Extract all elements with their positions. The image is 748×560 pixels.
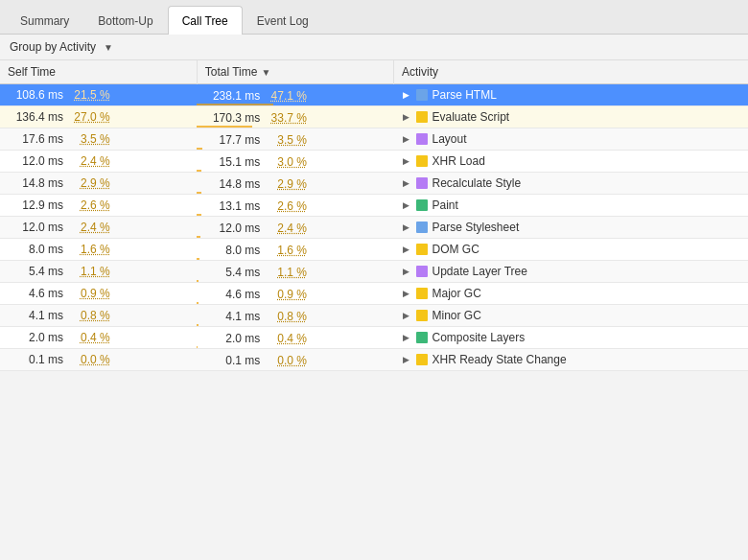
activity-name-label: Evaluate Script: [432, 110, 510, 124]
self-time-cell: 12.0 ms 2.4 %: [0, 151, 197, 173]
total-time-cell: 17.7 ms 3.5 %: [197, 128, 393, 151]
activity-name-label: XHR Load: [432, 154, 485, 168]
expand-arrow-icon[interactable]: ▶: [402, 156, 411, 166]
total-time-cell: 14.8 ms 2.9 %: [197, 173, 393, 195]
total-time-cell: 15.1 ms 3.0 %: [197, 151, 393, 173]
table-row[interactable]: 17.6 ms 3.5 %17.7 ms 3.5 % ▶ Layout: [0, 128, 748, 151]
expand-arrow-icon[interactable]: ▶: [402, 134, 411, 144]
activity-color-dot: [416, 310, 428, 321]
activity-color-dot: [416, 133, 428, 145]
self-time-cell: 4.1 ms 0.8 %: [0, 305, 197, 327]
total-time-cell: 12.0 ms 2.4 %: [197, 217, 393, 239]
tab-call-tree[interactable]: Call Tree: [168, 6, 243, 35]
activity-color-dot: [416, 222, 428, 233]
table-row[interactable]: 12.9 ms 2.6 %13.1 ms 2.6 % ▶ Paint: [0, 195, 748, 217]
activity-name-label: Recalculate Style: [432, 176, 522, 190]
total-time-cell: 13.1 ms 2.6 %: [197, 195, 393, 217]
table-header-row: Self Time Total Time ▼ Activity: [0, 60, 748, 84]
total-time-header[interactable]: Total Time ▼: [197, 60, 393, 84]
total-time-cell: 5.4 ms 1.1 %: [197, 261, 393, 283]
table-row[interactable]: 4.1 ms 0.8 %4.1 ms 0.8 % ▶ Minor GC: [0, 305, 748, 327]
total-time-cell: 8.0 ms 1.6 %: [197, 239, 393, 261]
tab-event-log[interactable]: Event Log: [243, 6, 323, 35]
activity-name-label: Parse Stylesheet: [432, 221, 520, 234]
table-row[interactable]: 12.0 ms 2.4 %12.0 ms 2.4 % ▶ Parse Style…: [0, 217, 748, 239]
table-row[interactable]: 136.4 ms 27.0 %170.3 ms 33.7 % ▶ Evaluat…: [0, 106, 748, 128]
total-time-cell: 4.6 ms 0.9 %: [197, 283, 393, 305]
activity-header[interactable]: Activity: [394, 60, 749, 84]
activity-cell: ▶ Layout: [394, 128, 749, 151]
self-time-cell: 108.6 ms 21.5 %: [0, 84, 197, 106]
activity-color-dot: [416, 244, 428, 255]
table-row[interactable]: 0.1 ms 0.0 %0.1 ms 0.0 % ▶ XHR Ready Sta…: [0, 349, 748, 371]
activity-color-dot: [416, 177, 428, 189]
self-time-cell: 12.0 ms 2.4 %: [0, 217, 197, 239]
expand-arrow-icon[interactable]: ▶: [402, 90, 411, 100]
tab-summary[interactable]: Summary: [6, 6, 83, 35]
activity-color-dot: [416, 199, 428, 211]
activity-name-label: XHR Ready State Change: [432, 353, 567, 366]
activity-name-label: Major GC: [432, 287, 481, 300]
tab-bar: SummaryBottom-UpCall TreeEvent Log: [0, 0, 748, 35]
activity-cell: ▶ Evaluate Script: [394, 106, 749, 128]
self-time-cell: 136.4 ms 27.0 %: [0, 106, 197, 128]
expand-arrow-icon[interactable]: ▶: [402, 200, 411, 210]
self-time-cell: 17.6 ms 3.5 %: [0, 128, 197, 151]
expand-arrow-icon[interactable]: ▶: [402, 333, 411, 342]
group-by-row: Group by Activity ▼: [0, 35, 748, 60]
expand-arrow-icon[interactable]: ▶: [402, 355, 411, 364]
self-time-cell: 5.4 ms 1.1 %: [0, 261, 197, 283]
activity-cell: ▶ Update Layer Tree: [394, 261, 749, 283]
self-time-cell: 4.6 ms 0.9 %: [0, 283, 197, 305]
expand-arrow-icon[interactable]: ▶: [402, 311, 411, 320]
activity-cell: ▶ Parse Stylesheet: [394, 217, 749, 239]
activity-cell: ▶ Paint: [394, 195, 749, 217]
self-time-cell: 8.0 ms 1.6 %: [0, 239, 197, 261]
self-time-cell: 0.1 ms 0.0 %: [0, 349, 197, 371]
table-row[interactable]: 108.6 ms 21.5 %238.1 ms 47.1 % ▶ Parse H…: [0, 84, 748, 106]
expand-arrow-icon[interactable]: ▶: [402, 245, 411, 254]
table-row[interactable]: 12.0 ms 2.4 %15.1 ms 3.0 % ▶ XHR Load: [0, 151, 748, 173]
total-time-cell: 4.1 ms 0.8 %: [197, 305, 393, 327]
activity-name-label: Minor GC: [432, 309, 481, 322]
self-time-cell: 14.8 ms 2.9 %: [0, 173, 197, 195]
table-row[interactable]: 2.0 ms 0.4 %2.0 ms 0.4 % ▶ Composite Lay…: [0, 327, 748, 349]
table-row[interactable]: 8.0 ms 1.6 %8.0 ms 1.6 % ▶ DOM GC: [0, 239, 748, 261]
expand-arrow-icon[interactable]: ▶: [402, 112, 411, 122]
self-time-cell: 12.9 ms 2.6 %: [0, 195, 197, 217]
activity-name-label: Layout: [432, 132, 467, 146]
expand-arrow-icon[interactable]: ▶: [402, 178, 411, 188]
total-time-cell: 0.1 ms 0.0 %: [197, 349, 393, 371]
activity-cell: ▶ XHR Ready State Change: [394, 349, 749, 371]
self-time-header[interactable]: Self Time: [0, 60, 197, 84]
activity-color-dot: [416, 288, 428, 299]
self-time-cell: 2.0 ms 0.4 %: [0, 327, 197, 349]
activity-color-dot: [416, 266, 428, 277]
activity-color-dot: [416, 111, 428, 123]
sort-arrow-icon: ▼: [261, 67, 270, 78]
activity-name-label: Parse HTML: [432, 88, 497, 102]
activity-name-label: DOM GC: [432, 243, 479, 256]
table-row[interactable]: 14.8 ms 2.9 %14.8 ms 2.9 % ▶ Recalculate…: [0, 173, 748, 195]
tab-bottom-up[interactable]: Bottom-Up: [83, 6, 167, 35]
call-tree-table: Self Time Total Time ▼ Activity 108.6 ms…: [0, 60, 748, 371]
total-time-cell: 2.0 ms 0.4 %: [197, 327, 393, 349]
dropdown-arrow-icon[interactable]: ▼: [104, 42, 113, 53]
total-time-cell: 238.1 ms 47.1 %: [197, 84, 393, 106]
table-row[interactable]: 4.6 ms 0.9 %4.6 ms 0.9 % ▶ Major GC: [0, 283, 748, 305]
activity-cell: ▶ XHR Load: [394, 151, 749, 173]
activity-cell: ▶ Minor GC: [394, 305, 749, 327]
expand-arrow-icon[interactable]: ▶: [402, 289, 411, 298]
activity-cell: ▶ Recalculate Style: [394, 173, 749, 195]
activity-name-label: Composite Layers: [432, 331, 526, 344]
table-row[interactable]: 5.4 ms 1.1 %5.4 ms 1.1 % ▶ Update Layer …: [0, 261, 748, 283]
expand-arrow-icon[interactable]: ▶: [402, 222, 411, 232]
activity-color-dot: [416, 89, 428, 101]
activity-color-dot: [416, 332, 428, 343]
group-by-label: Group by Activity: [10, 40, 96, 54]
activity-cell: ▶ Parse HTML: [394, 84, 749, 106]
expand-arrow-icon[interactable]: ▶: [402, 267, 411, 276]
activity-cell: ▶ Major GC: [394, 283, 749, 305]
activity-name-label: Update Layer Tree: [432, 265, 527, 278]
activity-cell: ▶ DOM GC: [394, 239, 749, 261]
